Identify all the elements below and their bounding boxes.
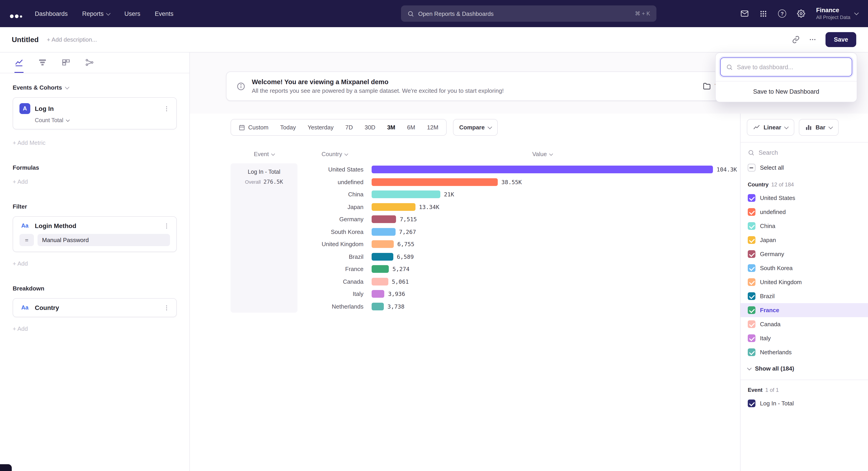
column-header-event[interactable]: Event [230, 150, 298, 157]
filter-operator[interactable]: = [20, 234, 34, 246]
kebab-menu-icon[interactable] [163, 304, 170, 311]
bar-segment[interactable] [372, 203, 415, 211]
report-title[interactable]: Untitled [12, 35, 39, 44]
checkbox-checked-icon[interactable] [748, 320, 755, 328]
legend-item-japan[interactable]: Japan [741, 233, 868, 247]
legend-item-united-kingdom[interactable]: United Kingdom [741, 275, 868, 289]
range-30d[interactable]: 30D [359, 119, 381, 135]
tab-flows[interactable] [85, 53, 94, 73]
legend-item-china[interactable]: China [741, 219, 868, 233]
checkbox-checked-icon[interactable] [748, 306, 755, 314]
filter-value-input[interactable] [37, 234, 170, 246]
checkbox-checked-icon[interactable] [748, 334, 755, 342]
bar-segment[interactable] [372, 166, 713, 174]
line-style-dropdown[interactable]: Linear [747, 119, 794, 136]
show-all-button[interactable]: Show all (184) [741, 359, 868, 378]
share-link-icon[interactable] [792, 36, 800, 43]
legend-item-undefined[interactable]: undefined [741, 205, 868, 219]
range-6m[interactable]: 6M [401, 119, 421, 135]
tab-retention[interactable] [61, 53, 70, 73]
legend-item-brazil[interactable]: Brazil [741, 289, 868, 303]
message-icon[interactable] [741, 9, 749, 18]
add-breakdown-button[interactable]: + Add [13, 325, 177, 332]
global-search-input[interactable] [418, 10, 631, 17]
bar-segment[interactable] [372, 290, 384, 298]
bar-segment[interactable] [372, 240, 394, 248]
bottom-left-widget[interactable] [0, 464, 12, 471]
aggregation-selector[interactable]: Count Total [35, 117, 170, 123]
metric-card[interactable]: A Log In Count Total [13, 97, 177, 129]
help-icon[interactable]: ? [778, 9, 786, 18]
checkbox-checked-icon[interactable] [748, 208, 755, 216]
range-3m[interactable]: 3M [381, 119, 401, 135]
legend-item-canada[interactable]: Canada [741, 317, 868, 331]
breakdown-property-name[interactable]: Country [35, 304, 159, 311]
nav-link-events[interactable]: Events [155, 10, 174, 17]
checkbox-checked-icon[interactable] [748, 292, 755, 300]
legend-item-france[interactable]: France [741, 303, 868, 317]
checkbox-checked-icon[interactable] [748, 348, 755, 356]
range-yesterday[interactable]: Yesterday [302, 119, 340, 135]
compare-button[interactable]: Compare [453, 119, 498, 136]
metric-event-name[interactable]: Log In [35, 105, 159, 112]
bar-segment[interactable] [372, 178, 498, 186]
bar-segment[interactable] [372, 278, 388, 286]
apps-grid-icon[interactable] [760, 10, 767, 18]
legend-search[interactable] [741, 143, 868, 160]
checkbox-checked-icon[interactable] [748, 278, 755, 286]
column-header-value[interactable]: Value [372, 150, 713, 157]
range-today[interactable]: Today [274, 119, 302, 135]
save-to-new-dashboard-option[interactable]: Save to New Dashboard [716, 81, 857, 102]
chart-type-dropdown[interactable]: Bar [799, 119, 838, 136]
bar-segment[interactable] [372, 215, 396, 223]
bar-segment[interactable] [372, 265, 389, 273]
project-switcher[interactable]: Finance All Project Data [816, 6, 858, 20]
tab-insights[interactable] [14, 53, 24, 73]
tab-funnels[interactable] [38, 53, 47, 73]
legend-item-log-in-total[interactable]: Log In - Total [741, 396, 868, 410]
checkbox-checked-icon[interactable] [748, 264, 755, 272]
add-filter-button[interactable]: + Add [13, 260, 177, 267]
events-cohorts-heading[interactable]: Events & Cohorts [13, 84, 177, 91]
checkbox-checked-icon[interactable] [748, 194, 755, 202]
breakdown-card[interactable]: Aa Country [13, 298, 177, 317]
dashboard-search-field[interactable] [720, 57, 852, 77]
global-search[interactable]: ⌘ + K [401, 5, 656, 22]
select-all-row[interactable]: Select all [741, 160, 868, 175]
range-custom[interactable]: Custom [233, 119, 274, 135]
checkbox-checked-icon[interactable] [748, 236, 755, 244]
legend-item-germany[interactable]: Germany [741, 247, 868, 261]
bar-segment[interactable] [372, 228, 395, 236]
legend-item-south-korea[interactable]: South Korea [741, 261, 868, 275]
column-header-country[interactable]: Country [298, 150, 372, 157]
add-formula-button[interactable]: + Add [13, 178, 177, 185]
kebab-menu-icon[interactable] [163, 223, 170, 229]
legend-item-label: Germany [760, 251, 784, 258]
legend-search-input[interactable] [758, 149, 861, 156]
bar-segment[interactable] [372, 253, 393, 261]
checkbox-checked-icon[interactable] [748, 250, 755, 258]
checkbox-checked-icon[interactable] [748, 400, 755, 407]
legend-item-italy[interactable]: Italy [741, 331, 868, 345]
kebab-menu-icon[interactable] [163, 105, 170, 112]
add-metric-button[interactable]: + Add Metric [13, 139, 177, 146]
filter-property-name[interactable]: Login Method [35, 222, 159, 229]
more-options-icon[interactable] [809, 36, 817, 43]
nav-link-dashboards[interactable]: Dashboards [35, 10, 68, 17]
filter-card[interactable]: Aa Login Method = [13, 216, 177, 252]
range-12m[interactable]: 12M [421, 119, 444, 135]
checkbox-checked-icon[interactable] [748, 222, 755, 230]
nav-link-reports[interactable]: Reports [82, 10, 110, 17]
settings-gear-icon[interactable] [797, 9, 805, 18]
nav-link-users[interactable]: Users [124, 10, 141, 17]
dashboard-search-input[interactable] [737, 64, 846, 70]
range-7d[interactable]: 7D [340, 119, 359, 135]
mixpanel-logo[interactable] [10, 9, 22, 18]
bar-segment[interactable] [372, 303, 384, 311]
save-button[interactable]: Save [826, 32, 856, 47]
bar-segment[interactable] [372, 191, 440, 198]
legend-item-netherlands[interactable]: Netherlands [741, 345, 868, 359]
legend-item-united-states[interactable]: United States [741, 191, 868, 205]
checkbox-indeterminate-icon[interactable] [748, 164, 755, 172]
add-description[interactable]: + Add description... [47, 36, 97, 43]
